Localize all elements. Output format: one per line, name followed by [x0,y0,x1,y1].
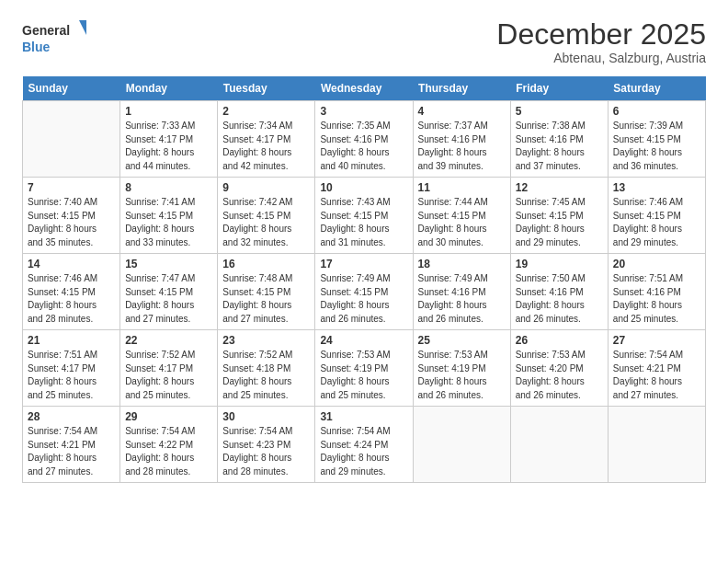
logo: General Blue [22,18,86,57]
day-cell: 10Sunrise: 7:43 AMSunset: 4:15 PMDayligh… [315,178,413,254]
day-cell [608,407,705,483]
day-cell: 29Sunrise: 7:54 AMSunset: 4:22 PMDayligh… [120,407,218,483]
day-info: Sunrise: 7:51 AMSunset: 4:17 PMDaylight:… [28,349,115,402]
day-header-thursday: Thursday [413,76,510,101]
day-info: Sunrise: 7:52 AMSunset: 4:18 PMDaylight:… [222,349,310,402]
day-number: 26 [516,334,603,347]
day-cell: 11Sunrise: 7:44 AMSunset: 4:15 PMDayligh… [413,178,510,254]
logo-graphic: General Blue [22,18,86,57]
day-info: Sunrise: 7:42 AMSunset: 4:15 PMDaylight:… [222,196,310,249]
day-info: Sunrise: 7:49 AMSunset: 4:16 PMDaylight:… [418,272,506,326]
day-cell: 25Sunrise: 7:53 AMSunset: 4:19 PMDayligh… [413,330,510,407]
day-cell: 3Sunrise: 7:35 AMSunset: 4:16 PMDaylight… [315,101,413,178]
day-info: Sunrise: 7:54 AMSunset: 4:21 PMDaylight:… [28,425,115,478]
day-number: 8 [125,181,212,194]
day-info: Sunrise: 7:48 AMSunset: 4:15 PMDaylight:… [222,272,310,326]
calendar-table: SundayMondayTuesdayWednesdayThursdayFrid… [22,76,706,483]
day-cell: 30Sunrise: 7:54 AMSunset: 4:23 PMDayligh… [218,407,315,483]
day-number: 1 [125,105,212,118]
month-title: December 2025 [496,18,706,51]
day-cell: 5Sunrise: 7:38 AMSunset: 4:16 PMDaylight… [510,101,608,178]
day-number: 17 [320,258,407,270]
week-row-5: 28Sunrise: 7:54 AMSunset: 4:21 PMDayligh… [23,407,706,483]
day-header-saturday: Saturday [608,76,705,101]
day-cell: 23Sunrise: 7:52 AMSunset: 4:18 PMDayligh… [218,330,315,407]
svg-text:Blue: Blue [22,40,51,54]
days-header-row: SundayMondayTuesdayWednesdayThursdayFrid… [23,76,706,101]
day-info: Sunrise: 7:53 AMSunset: 4:19 PMDaylight:… [320,349,407,402]
week-row-1: 1Sunrise: 7:33 AMSunset: 4:17 PMDaylight… [23,101,706,178]
day-cell: 2Sunrise: 7:34 AMSunset: 4:17 PMDaylight… [218,101,315,178]
day-number: 6 [613,105,700,118]
week-row-2: 7Sunrise: 7:40 AMSunset: 4:15 PMDaylight… [23,178,706,254]
day-number: 12 [516,181,603,194]
day-info: Sunrise: 7:49 AMSunset: 4:15 PMDaylight:… [320,272,407,326]
day-info: Sunrise: 7:37 AMSunset: 4:16 PMDaylight:… [418,120,506,173]
day-number: 13 [613,181,700,194]
day-cell: 18Sunrise: 7:49 AMSunset: 4:16 PMDayligh… [413,254,510,330]
day-number: 16 [222,258,310,270]
day-cell [413,407,510,483]
day-info: Sunrise: 7:54 AMSunset: 4:24 PMDaylight:… [320,425,407,478]
day-info: Sunrise: 7:53 AMSunset: 4:19 PMDaylight:… [418,349,506,402]
day-cell: 22Sunrise: 7:52 AMSunset: 4:17 PMDayligh… [120,330,218,407]
day-header-monday: Monday [120,76,218,101]
svg-text:General: General [22,23,70,38]
day-number: 22 [125,334,212,347]
day-info: Sunrise: 7:47 AMSunset: 4:15 PMDaylight:… [125,272,212,326]
day-info: Sunrise: 7:44 AMSunset: 4:15 PMDaylight:… [418,196,506,249]
location-subtitle: Abtenau, Salzburg, Austria [496,51,706,65]
day-info: Sunrise: 7:54 AMSunset: 4:23 PMDaylight:… [222,425,310,478]
day-number: 15 [125,258,212,270]
day-info: Sunrise: 7:53 AMSunset: 4:20 PMDaylight:… [516,349,603,402]
day-cell: 17Sunrise: 7:49 AMSunset: 4:15 PMDayligh… [315,254,413,330]
day-number: 24 [320,334,407,347]
day-number: 2 [222,105,310,118]
week-row-3: 14Sunrise: 7:46 AMSunset: 4:15 PMDayligh… [23,254,706,330]
day-header-friday: Friday [510,76,608,101]
day-info: Sunrise: 7:34 AMSunset: 4:17 PMDaylight:… [222,120,310,173]
day-cell: 8Sunrise: 7:41 AMSunset: 4:15 PMDaylight… [120,178,218,254]
day-cell: 12Sunrise: 7:45 AMSunset: 4:15 PMDayligh… [510,178,608,254]
day-number: 28 [28,410,115,423]
page-header: General Blue December 2025 Abtenau, Salz… [22,18,706,65]
day-info: Sunrise: 7:54 AMSunset: 4:22 PMDaylight:… [125,425,212,478]
day-info: Sunrise: 7:35 AMSunset: 4:16 PMDaylight:… [320,120,407,173]
day-number: 27 [613,334,700,347]
day-number: 25 [418,334,506,347]
day-info: Sunrise: 7:39 AMSunset: 4:15 PMDaylight:… [613,120,700,173]
day-info: Sunrise: 7:51 AMSunset: 4:16 PMDaylight:… [613,272,700,326]
day-info: Sunrise: 7:46 AMSunset: 4:15 PMDaylight:… [613,196,700,249]
day-cell: 24Sunrise: 7:53 AMSunset: 4:19 PMDayligh… [315,330,413,407]
day-number: 9 [222,181,310,194]
day-info: Sunrise: 7:38 AMSunset: 4:16 PMDaylight:… [516,120,603,173]
day-cell: 20Sunrise: 7:51 AMSunset: 4:16 PMDayligh… [608,254,705,330]
day-cell: 1Sunrise: 7:33 AMSunset: 4:17 PMDaylight… [120,101,218,178]
day-header-wednesday: Wednesday [315,76,413,101]
day-cell: 14Sunrise: 7:46 AMSunset: 4:15 PMDayligh… [23,254,120,330]
day-info: Sunrise: 7:33 AMSunset: 4:17 PMDaylight:… [125,120,212,173]
svg-marker-2 [79,20,86,35]
day-number: 19 [516,258,603,270]
day-info: Sunrise: 7:40 AMSunset: 4:15 PMDaylight:… [28,196,115,249]
day-cell [510,407,608,483]
day-header-sunday: Sunday [23,76,120,101]
day-cell: 31Sunrise: 7:54 AMSunset: 4:24 PMDayligh… [315,407,413,483]
day-number: 3 [320,105,407,118]
day-cell: 9Sunrise: 7:42 AMSunset: 4:15 PMDaylight… [218,178,315,254]
day-cell: 26Sunrise: 7:53 AMSunset: 4:20 PMDayligh… [510,330,608,407]
day-header-tuesday: Tuesday [218,76,315,101]
day-cell: 6Sunrise: 7:39 AMSunset: 4:15 PMDaylight… [608,101,705,178]
day-info: Sunrise: 7:46 AMSunset: 4:15 PMDaylight:… [28,272,115,326]
day-cell: 16Sunrise: 7:48 AMSunset: 4:15 PMDayligh… [218,254,315,330]
day-number: 7 [28,181,115,194]
day-cell: 7Sunrise: 7:40 AMSunset: 4:15 PMDaylight… [23,178,120,254]
day-number: 20 [613,258,700,270]
day-number: 21 [28,334,115,347]
week-row-4: 21Sunrise: 7:51 AMSunset: 4:17 PMDayligh… [23,330,706,407]
day-number: 11 [418,181,506,194]
day-number: 14 [28,258,115,270]
day-number: 18 [418,258,506,270]
day-number: 29 [125,410,212,423]
day-number: 5 [516,105,603,118]
